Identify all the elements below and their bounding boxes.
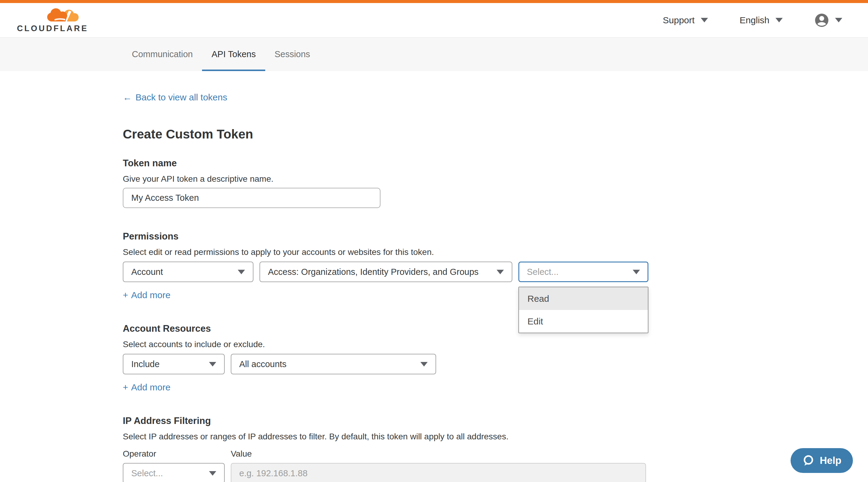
permission-level-menu: Read Edit [518,287,648,333]
ip-operator-select[interactable]: Select... [123,463,225,482]
chevron-down-icon [497,270,504,274]
ip-filtering-labels: Operator Value [123,449,832,459]
language-menu[interactable]: English [740,15,783,25]
chevron-down-icon [835,18,842,22]
ip-filtering-description: Select IP addresses or ranges of IP addr… [123,431,832,442]
account-scope-select[interactable]: All accounts [231,354,436,374]
main-content: ← Back to view all tokens Create Custom … [0,71,868,482]
back-to-tokens-link[interactable]: ← Back to view all tokens [123,92,227,102]
chevron-down-icon [238,270,245,274]
back-arrow-icon: ← [123,92,132,102]
profile-tabbar: Communication API Tokens Sessions [0,37,868,71]
permission-level-select[interactable]: Select... [518,262,648,282]
permission-level-select-wrap: Select... Read Edit [518,262,648,282]
permissions-add-more-label: Add more [131,290,170,300]
chevron-down-icon [633,270,640,274]
tab-api-tokens-label: API Tokens [211,49,255,59]
permissions-add-more-link[interactable]: + Add more [123,290,170,300]
token-name-input[interactable] [123,188,380,208]
permission-resource-value: Access: Organizations, Identity Provider… [268,267,478,277]
chevron-down-icon [209,362,216,366]
permission-resource-select[interactable]: Access: Organizations, Identity Provider… [259,262,512,282]
header: CLOUDFLARE Support English [0,3,868,37]
permissions-description: Select edit or read permissions to apply… [123,247,832,257]
option-edit[interactable]: Edit [519,310,648,333]
account-mode-select[interactable]: Include [123,354,225,374]
account-resources-description: Select accounts to include or exclude. [123,339,832,350]
permissions-heading: Permissions [123,231,832,242]
chevron-down-icon [209,471,216,476]
account-resources-row: Include All accounts [123,354,832,374]
support-menu-label: Support [663,15,695,25]
ip-filtering-heading: IP Address Filtering [123,415,832,427]
help-button-label: Help [819,455,841,466]
permission-scope-value: Account [131,267,163,277]
language-menu-label: English [740,15,769,25]
header-menu: Support English [663,13,842,28]
ip-operator-placeholder: Select... [131,469,163,478]
permissions-row: Account Access: Organizations, Identity … [123,262,832,282]
account-menu[interactable] [814,13,842,28]
account-mode-value: Include [131,359,160,369]
ip-value-input[interactable] [231,463,646,482]
account-scope-value: All accounts [239,359,286,369]
page-title: Create Custom Token [123,127,832,142]
account-resources-heading: Account Resources [123,323,832,334]
token-name-heading: Token name [123,158,832,169]
chevron-down-icon [775,18,783,22]
option-read-label: Read [527,294,549,304]
cloudflare-cloud-icon [47,7,79,23]
value-label: Value [231,449,252,459]
plus-icon: + [123,382,128,392]
ip-filtering-row: Select... [123,463,832,482]
chevron-down-icon [701,18,708,22]
tab-sessions[interactable]: Sessions [265,37,320,71]
tab-communication-label: Communication [132,49,193,59]
help-button[interactable]: Help [790,448,853,473]
operator-label: Operator [123,449,231,459]
back-link-label: Back to view all tokens [135,92,227,102]
cloudflare-wordmark: CLOUDFLARE [17,24,88,33]
chevron-down-icon [421,362,428,366]
option-edit-label: Edit [527,316,543,327]
tab-sessions-label: Sessions [275,49,310,59]
plus-icon: + [123,290,128,300]
permission-scope-select[interactable]: Account [123,262,253,282]
tab-api-tokens[interactable]: API Tokens [202,37,265,71]
token-name-description: Give your API token a descriptive name. [123,174,832,184]
option-read[interactable]: Read [519,287,648,310]
tab-communication[interactable]: Communication [123,37,202,71]
account-resources-add-more-label: Add more [131,382,170,392]
chat-bubble-icon [802,454,814,467]
support-menu[interactable]: Support [663,15,708,25]
user-avatar-icon [814,13,829,28]
permission-level-placeholder: Select... [527,267,559,277]
top-accent-bar [0,0,868,3]
account-resources-add-more-link[interactable]: + Add more [123,382,170,392]
cloudflare-logo[interactable]: CLOUDFLARE [17,7,88,33]
